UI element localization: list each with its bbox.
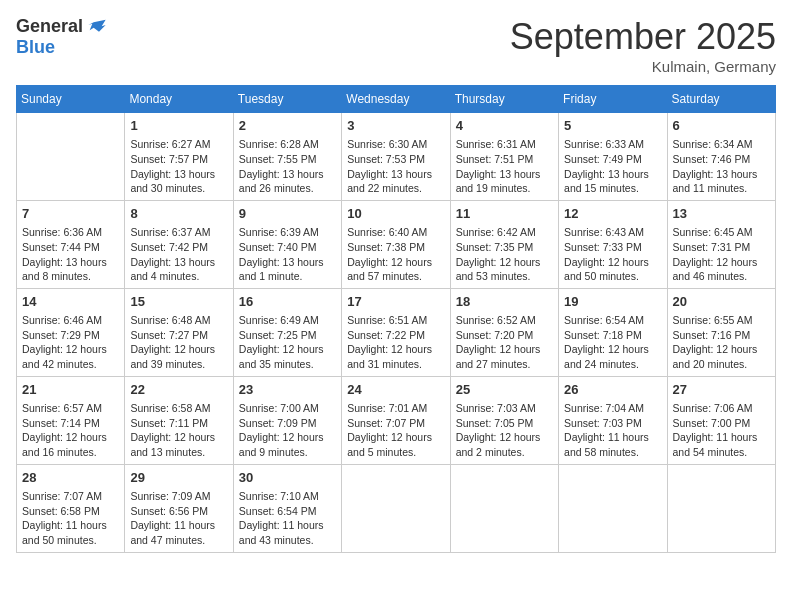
cell-info: Sunrise: 6:58 AMSunset: 7:11 PMDaylight:…	[130, 401, 227, 460]
page-header: General Blue September 2025 Kulmain, Ger…	[16, 16, 776, 75]
day-number: 3	[347, 117, 444, 135]
logo-general-text: General	[16, 16, 83, 37]
day-number: 17	[347, 293, 444, 311]
weekday-header-monday: Monday	[125, 86, 233, 113]
cell-info: Sunrise: 6:36 AMSunset: 7:44 PMDaylight:…	[22, 225, 119, 284]
day-number: 30	[239, 469, 336, 487]
svg-marker-0	[88, 19, 105, 31]
day-number: 29	[130, 469, 227, 487]
cell-info: Sunrise: 6:28 AMSunset: 7:55 PMDaylight:…	[239, 137, 336, 196]
cell-info: Sunrise: 7:09 AMSunset: 6:56 PMDaylight:…	[130, 489, 227, 548]
day-number: 13	[673, 205, 770, 223]
calendar-cell: 7Sunrise: 6:36 AMSunset: 7:44 PMDaylight…	[17, 200, 125, 288]
day-number: 4	[456, 117, 553, 135]
day-number: 11	[456, 205, 553, 223]
logo-blue-text: Blue	[16, 37, 55, 58]
calendar-cell: 23Sunrise: 7:00 AMSunset: 7:09 PMDayligh…	[233, 376, 341, 464]
calendar-cell: 8Sunrise: 6:37 AMSunset: 7:42 PMDaylight…	[125, 200, 233, 288]
calendar-cell	[667, 464, 775, 552]
cell-info: Sunrise: 6:57 AMSunset: 7:14 PMDaylight:…	[22, 401, 119, 460]
calendar-cell: 28Sunrise: 7:07 AMSunset: 6:58 PMDayligh…	[17, 464, 125, 552]
weekday-header-thursday: Thursday	[450, 86, 558, 113]
cell-info: Sunrise: 6:43 AMSunset: 7:33 PMDaylight:…	[564, 225, 661, 284]
calendar-cell	[450, 464, 558, 552]
day-number: 23	[239, 381, 336, 399]
day-number: 27	[673, 381, 770, 399]
day-number: 1	[130, 117, 227, 135]
calendar-cell: 25Sunrise: 7:03 AMSunset: 7:05 PMDayligh…	[450, 376, 558, 464]
calendar-cell: 14Sunrise: 6:46 AMSunset: 7:29 PMDayligh…	[17, 288, 125, 376]
cell-info: Sunrise: 6:33 AMSunset: 7:49 PMDaylight:…	[564, 137, 661, 196]
day-number: 8	[130, 205, 227, 223]
calendar-cell: 29Sunrise: 7:09 AMSunset: 6:56 PMDayligh…	[125, 464, 233, 552]
calendar-cell: 4Sunrise: 6:31 AMSunset: 7:51 PMDaylight…	[450, 113, 558, 201]
day-number: 14	[22, 293, 119, 311]
calendar-cell: 26Sunrise: 7:04 AMSunset: 7:03 PMDayligh…	[559, 376, 667, 464]
logo: General Blue	[16, 16, 107, 58]
weekday-header-tuesday: Tuesday	[233, 86, 341, 113]
day-number: 7	[22, 205, 119, 223]
weekday-header-row: SundayMondayTuesdayWednesdayThursdayFrid…	[17, 86, 776, 113]
cell-info: Sunrise: 7:00 AMSunset: 7:09 PMDaylight:…	[239, 401, 336, 460]
day-number: 26	[564, 381, 661, 399]
day-number: 25	[456, 381, 553, 399]
cell-info: Sunrise: 6:42 AMSunset: 7:35 PMDaylight:…	[456, 225, 553, 284]
cell-info: Sunrise: 7:10 AMSunset: 6:54 PMDaylight:…	[239, 489, 336, 548]
day-number: 12	[564, 205, 661, 223]
calendar-week-1: 1Sunrise: 6:27 AMSunset: 7:57 PMDaylight…	[17, 113, 776, 201]
cell-info: Sunrise: 6:30 AMSunset: 7:53 PMDaylight:…	[347, 137, 444, 196]
calendar-week-4: 21Sunrise: 6:57 AMSunset: 7:14 PMDayligh…	[17, 376, 776, 464]
logo-bird-icon	[87, 17, 107, 37]
calendar-cell: 18Sunrise: 6:52 AMSunset: 7:20 PMDayligh…	[450, 288, 558, 376]
calendar-cell: 13Sunrise: 6:45 AMSunset: 7:31 PMDayligh…	[667, 200, 775, 288]
calendar-cell: 21Sunrise: 6:57 AMSunset: 7:14 PMDayligh…	[17, 376, 125, 464]
day-number: 2	[239, 117, 336, 135]
day-number: 16	[239, 293, 336, 311]
weekday-header-friday: Friday	[559, 86, 667, 113]
calendar-cell: 15Sunrise: 6:48 AMSunset: 7:27 PMDayligh…	[125, 288, 233, 376]
calendar-table: SundayMondayTuesdayWednesdayThursdayFrid…	[16, 85, 776, 553]
cell-info: Sunrise: 6:46 AMSunset: 7:29 PMDaylight:…	[22, 313, 119, 372]
calendar-cell: 19Sunrise: 6:54 AMSunset: 7:18 PMDayligh…	[559, 288, 667, 376]
calendar-cell: 6Sunrise: 6:34 AMSunset: 7:46 PMDaylight…	[667, 113, 775, 201]
day-number: 9	[239, 205, 336, 223]
calendar-cell	[559, 464, 667, 552]
title-block: September 2025 Kulmain, Germany	[510, 16, 776, 75]
weekday-header-saturday: Saturday	[667, 86, 775, 113]
cell-info: Sunrise: 6:48 AMSunset: 7:27 PMDaylight:…	[130, 313, 227, 372]
cell-info: Sunrise: 6:31 AMSunset: 7:51 PMDaylight:…	[456, 137, 553, 196]
calendar-cell: 24Sunrise: 7:01 AMSunset: 7:07 PMDayligh…	[342, 376, 450, 464]
calendar-cell: 5Sunrise: 6:33 AMSunset: 7:49 PMDaylight…	[559, 113, 667, 201]
cell-info: Sunrise: 6:39 AMSunset: 7:40 PMDaylight:…	[239, 225, 336, 284]
calendar-cell: 12Sunrise: 6:43 AMSunset: 7:33 PMDayligh…	[559, 200, 667, 288]
cell-info: Sunrise: 7:03 AMSunset: 7:05 PMDaylight:…	[456, 401, 553, 460]
cell-info: Sunrise: 6:54 AMSunset: 7:18 PMDaylight:…	[564, 313, 661, 372]
day-number: 15	[130, 293, 227, 311]
day-number: 28	[22, 469, 119, 487]
cell-info: Sunrise: 6:55 AMSunset: 7:16 PMDaylight:…	[673, 313, 770, 372]
calendar-cell: 11Sunrise: 6:42 AMSunset: 7:35 PMDayligh…	[450, 200, 558, 288]
calendar-cell: 16Sunrise: 6:49 AMSunset: 7:25 PMDayligh…	[233, 288, 341, 376]
cell-info: Sunrise: 6:51 AMSunset: 7:22 PMDaylight:…	[347, 313, 444, 372]
cell-info: Sunrise: 7:07 AMSunset: 6:58 PMDaylight:…	[22, 489, 119, 548]
day-number: 19	[564, 293, 661, 311]
day-number: 5	[564, 117, 661, 135]
day-number: 24	[347, 381, 444, 399]
day-number: 18	[456, 293, 553, 311]
calendar-cell: 17Sunrise: 6:51 AMSunset: 7:22 PMDayligh…	[342, 288, 450, 376]
cell-info: Sunrise: 6:34 AMSunset: 7:46 PMDaylight:…	[673, 137, 770, 196]
cell-info: Sunrise: 6:37 AMSunset: 7:42 PMDaylight:…	[130, 225, 227, 284]
calendar-cell: 2Sunrise: 6:28 AMSunset: 7:55 PMDaylight…	[233, 113, 341, 201]
day-number: 10	[347, 205, 444, 223]
day-number: 21	[22, 381, 119, 399]
cell-info: Sunrise: 6:40 AMSunset: 7:38 PMDaylight:…	[347, 225, 444, 284]
calendar-cell	[17, 113, 125, 201]
month-title: September 2025	[510, 16, 776, 58]
calendar-cell: 22Sunrise: 6:58 AMSunset: 7:11 PMDayligh…	[125, 376, 233, 464]
calendar-cell: 1Sunrise: 6:27 AMSunset: 7:57 PMDaylight…	[125, 113, 233, 201]
calendar-cell: 30Sunrise: 7:10 AMSunset: 6:54 PMDayligh…	[233, 464, 341, 552]
cell-info: Sunrise: 6:27 AMSunset: 7:57 PMDaylight:…	[130, 137, 227, 196]
cell-info: Sunrise: 7:01 AMSunset: 7:07 PMDaylight:…	[347, 401, 444, 460]
cell-info: Sunrise: 7:06 AMSunset: 7:00 PMDaylight:…	[673, 401, 770, 460]
cell-info: Sunrise: 7:04 AMSunset: 7:03 PMDaylight:…	[564, 401, 661, 460]
